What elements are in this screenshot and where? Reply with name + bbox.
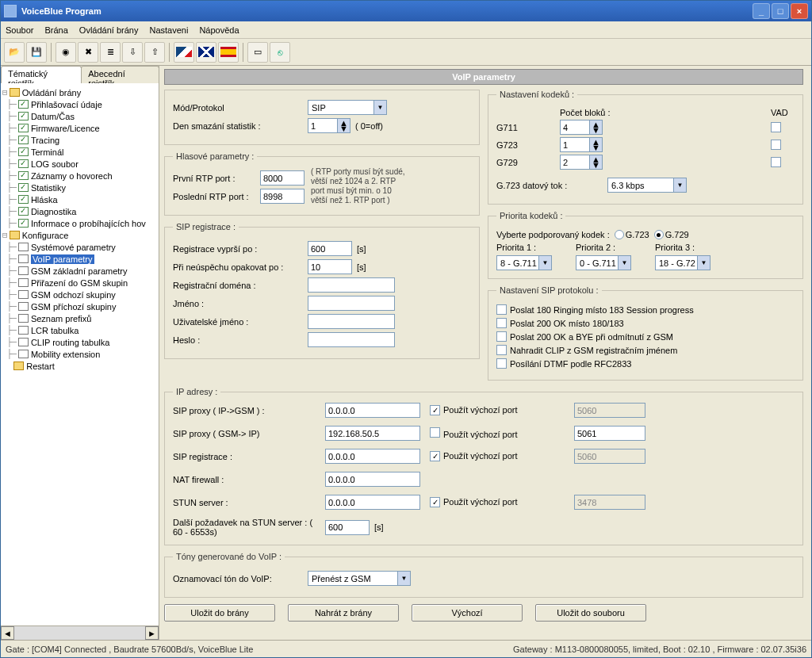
opt3-checkbox[interactable] bbox=[496, 331, 507, 342]
tree-item[interactable]: ├─Statistiky bbox=[2, 182, 157, 193]
tab-alpha[interactable]: Abecední rejstřík bbox=[81, 66, 159, 83]
flag-cz-icon[interactable] bbox=[174, 42, 194, 63]
prio3-label: Priorita 3 : bbox=[655, 243, 710, 252]
radio-g729[interactable] bbox=[654, 230, 664, 239]
tree-item[interactable]: ├─LCR tabulka bbox=[2, 324, 157, 336]
g711-spinner[interactable]: ▲▼ bbox=[560, 120, 603, 135]
daystat-spinner[interactable]: ▲▼ bbox=[308, 118, 350, 133]
pass-input[interactable] bbox=[308, 332, 395, 347]
menu-napoveda[interactable]: Nápověda bbox=[199, 25, 239, 35]
page-icon bbox=[18, 326, 29, 335]
tree-item[interactable]: ├─Tracing bbox=[2, 134, 157, 146]
status-left: Gate : [COM4] Connected , Baudrate 57600… bbox=[6, 645, 253, 654]
tree-item[interactable]: ├─VoIP parametry bbox=[2, 253, 157, 265]
tree-item[interactable]: ├─Přihlašovací údaje bbox=[2, 98, 157, 110]
g723-vad-checkbox[interactable] bbox=[771, 140, 781, 150]
opt2-checkbox[interactable] bbox=[496, 318, 507, 328]
flag-es-icon[interactable] bbox=[218, 42, 239, 63]
check-icon bbox=[18, 124, 29, 132]
upload-icon[interactable]: ⇧ bbox=[144, 42, 165, 63]
save-to-file-button[interactable]: Uložit do souboru bbox=[535, 604, 646, 622]
tone-select[interactable]: Přenést z GSM▼ bbox=[308, 571, 411, 586]
proxy1-useport-checkbox[interactable] bbox=[430, 405, 440, 415]
stun-useport-checkbox[interactable] bbox=[430, 497, 440, 507]
g729-vad-checkbox[interactable] bbox=[771, 157, 781, 167]
name-input[interactable] bbox=[308, 296, 395, 311]
retry-input[interactable] bbox=[308, 259, 352, 274]
tree-item[interactable]: ├─Záznamy o hovorech bbox=[2, 170, 157, 182]
mode-select[interactable]: SIP▼ bbox=[308, 100, 387, 115]
connect-icon[interactable]: ◉ bbox=[56, 42, 76, 63]
radio-g723[interactable] bbox=[615, 230, 624, 239]
g711-vad-checkbox[interactable] bbox=[771, 122, 781, 132]
window-icon[interactable]: ▭ bbox=[247, 42, 268, 63]
prio3-select[interactable]: 18 - G.72▼ bbox=[655, 255, 710, 270]
firstrtp-input[interactable] bbox=[260, 170, 304, 186]
opt1-checkbox[interactable] bbox=[496, 304, 507, 315]
prio2-select[interactable]: 0 - G.711▼ bbox=[576, 255, 631, 270]
tree-item[interactable]: ├─Hláska bbox=[2, 193, 157, 205]
bitrate-select[interactable]: 6.3 kbps▼ bbox=[607, 178, 687, 193]
menu-brana[interactable]: Brána bbox=[44, 25, 67, 35]
nat-input[interactable] bbox=[325, 472, 420, 487]
tree-item[interactable]: ├─Datum/Čas bbox=[2, 110, 157, 122]
tree-item[interactable]: ├─Diagnostika bbox=[2, 205, 157, 217]
tree-item[interactable]: ├─Informace o probíhajících hov bbox=[2, 217, 157, 229]
tree-item[interactable]: ├─GSM příchozí skupiny bbox=[2, 300, 157, 312]
check-icon bbox=[18, 195, 29, 204]
menu-ovladani[interactable]: Ovládání brány bbox=[79, 25, 139, 35]
tree-item[interactable]: ├─Seznam prefixů bbox=[2, 312, 157, 324]
tree-konfigurace[interactable]: Konfigurace bbox=[22, 231, 69, 240]
list-icon[interactable]: ≣ bbox=[100, 42, 121, 63]
opt4-checkbox[interactable] bbox=[496, 345, 507, 355]
tree-restart[interactable]: Restart bbox=[26, 362, 54, 371]
open-icon[interactable]: 📂 bbox=[4, 42, 25, 63]
stunnext-input[interactable] bbox=[325, 520, 370, 535]
menu-nastaveni[interactable]: Nastaveni bbox=[149, 25, 188, 35]
daystat-hint: ( 0=off) bbox=[355, 121, 383, 131]
scroll-left-icon[interactable]: ◄ bbox=[1, 626, 14, 640]
load-from-gateway-button[interactable]: Nahrát z brány bbox=[288, 604, 399, 622]
maximize-button[interactable]: □ bbox=[772, 3, 789, 19]
ipreg-input[interactable] bbox=[325, 449, 420, 464]
download-icon[interactable]: ⇩ bbox=[122, 42, 143, 63]
tree-item[interactable]: ├─Přiřazení do GSM skupin bbox=[2, 277, 157, 289]
expire-input[interactable] bbox=[308, 241, 352, 256]
stun-input[interactable] bbox=[325, 495, 420, 510]
opt5-checkbox[interactable] bbox=[496, 358, 507, 369]
g729-spinner[interactable]: ▲▼ bbox=[560, 155, 603, 170]
prio1-select[interactable]: 8 - G.711▼ bbox=[496, 255, 552, 270]
useport-label: Použít výchozí port bbox=[443, 497, 518, 507]
tab-thematic[interactable]: Tématický rejstřík bbox=[1, 66, 82, 83]
defaults-button[interactable]: Výchozí bbox=[412, 604, 523, 622]
proxy2-input[interactable] bbox=[325, 426, 420, 441]
flag-uk-icon[interactable] bbox=[196, 42, 216, 63]
tree-ovladani[interactable]: Ovládání brány bbox=[22, 88, 82, 98]
close-button[interactable]: × bbox=[791, 3, 808, 19]
tree-item[interactable]: ├─CLIP routing tabulka bbox=[2, 336, 157, 348]
tree-item[interactable]: ├─Mobility extension bbox=[2, 348, 157, 360]
disconnect-icon[interactable]: ✖ bbox=[78, 42, 98, 63]
tree-item[interactable]: ├─GSM základní parametry bbox=[2, 265, 157, 277]
tree-item[interactable]: ├─LOG soubor bbox=[2, 158, 157, 170]
scroll-right-icon[interactable]: ► bbox=[145, 626, 159, 640]
save-to-gateway-button[interactable]: Uložit do brány bbox=[164, 604, 275, 622]
menu-soubor[interactable]: Soubor bbox=[6, 25, 33, 35]
save-icon[interactable]: 💾 bbox=[26, 42, 47, 63]
nav-tree[interactable]: ⊟Ovládání brány ├─Přihlašovací údaje ├─D… bbox=[1, 83, 159, 625]
tree-item[interactable]: ├─Firmware/Licence bbox=[2, 122, 157, 134]
proxy2-port[interactable] bbox=[574, 426, 645, 441]
tree-item[interactable]: ├─Terminál bbox=[2, 146, 157, 158]
minimize-button[interactable]: _ bbox=[753, 3, 770, 19]
proxy1-input[interactable] bbox=[325, 403, 420, 418]
domain-input[interactable] bbox=[308, 277, 395, 293]
user-input[interactable] bbox=[308, 314, 395, 329]
lastrtp-input[interactable] bbox=[260, 189, 304, 204]
tree-item[interactable]: ├─Systémové parametry bbox=[2, 241, 157, 253]
exit-icon[interactable]: ⎋ bbox=[270, 42, 290, 63]
tree-hscroll[interactable]: ◄ ► bbox=[1, 625, 159, 640]
g723-spinner[interactable]: ▲▼ bbox=[560, 137, 603, 152]
proxy2-useport-checkbox[interactable] bbox=[430, 427, 440, 438]
ipreg-useport-checkbox[interactable] bbox=[430, 451, 440, 461]
tree-item[interactable]: ├─GSM odchozí skupiny bbox=[2, 289, 157, 300]
